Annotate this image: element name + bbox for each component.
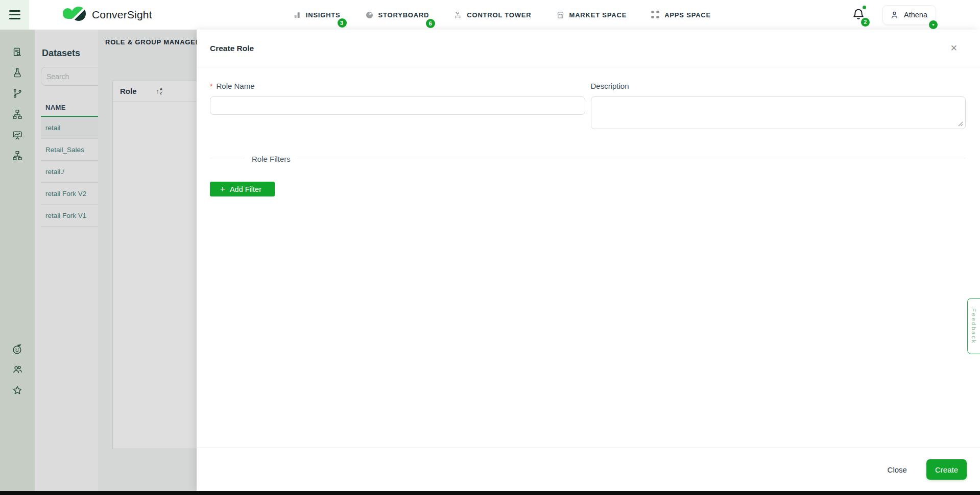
role-name-label: * Role Name bbox=[210, 82, 585, 90]
nav-item-market-space[interactable]: MARKET SPACE bbox=[556, 11, 627, 19]
app-root: ConverSight INSIGHTS 3 STORYBOARD 6 CONT… bbox=[0, 0, 980, 495]
close-button[interactable]: Close bbox=[888, 465, 907, 474]
drawer-title: Create Role bbox=[210, 44, 254, 53]
pie-icon bbox=[365, 11, 374, 19]
resize-handle-icon[interactable] bbox=[958, 121, 963, 127]
bottom-edge-bar bbox=[0, 491, 980, 495]
plus-icon: + bbox=[220, 185, 225, 193]
nav-badge-storyboard: 6 bbox=[426, 19, 435, 28]
nav-item-insights[interactable]: INSIGHTS 3 bbox=[293, 11, 341, 19]
drawer-body: * Role Name Description R bbox=[197, 67, 980, 448]
description-field-group: Description bbox=[591, 82, 966, 129]
close-icon[interactable]: ✕ bbox=[947, 41, 961, 56]
role-filters-section-divider: Role Filters bbox=[210, 155, 966, 163]
drawer-footer: Close Create bbox=[197, 448, 980, 491]
main-nav: INSIGHTS 3 STORYBOARD 6 CONTROL TOWER MA… bbox=[293, 11, 711, 19]
nav-badge-insights: 3 bbox=[338, 18, 347, 28]
add-filter-button[interactable]: + Add Filter bbox=[210, 182, 275, 196]
caret-down-icon[interactable]: ▼ bbox=[929, 20, 938, 29]
notification-dot bbox=[863, 6, 866, 9]
nav-label: INSIGHTS bbox=[306, 11, 341, 19]
user-name: Athena bbox=[904, 11, 927, 19]
nav-item-apps-space[interactable]: APPS SPACE bbox=[651, 11, 711, 19]
required-asterisk: * bbox=[210, 82, 212, 90]
notifications-button[interactable]: 2 bbox=[852, 7, 865, 23]
role-filters-label: Role Filters bbox=[245, 155, 298, 163]
nav-label: STORYBOARD bbox=[378, 11, 429, 19]
drawer-header: Create Role ✕ bbox=[197, 30, 980, 67]
feedback-tab[interactable]: Feedback bbox=[967, 298, 980, 354]
storefront-icon bbox=[556, 11, 565, 19]
tower-icon bbox=[453, 11, 462, 19]
brand-name: ConverSight bbox=[92, 9, 152, 21]
nav-label: CONTROL TOWER bbox=[467, 11, 531, 19]
header-right-cluster: 2 Athena ▼ bbox=[852, 5, 936, 25]
create-button[interactable]: Create bbox=[926, 459, 967, 480]
user-menu-button[interactable]: Athena ▼ bbox=[882, 5, 936, 25]
description-textarea[interactable] bbox=[591, 96, 966, 129]
nav-label: MARKET SPACE bbox=[569, 11, 627, 19]
notification-count-badge: 2 bbox=[861, 18, 870, 27]
user-icon bbox=[890, 10, 899, 20]
nav-item-control-tower[interactable]: CONTROL TOWER bbox=[453, 11, 531, 19]
hamburger-icon bbox=[9, 10, 20, 19]
brand-logo[interactable]: ConverSight bbox=[63, 6, 152, 23]
nav-item-storyboard[interactable]: STORYBOARD 6 bbox=[365, 11, 429, 19]
conversight-logo-icon bbox=[63, 6, 86, 23]
create-role-drawer: Create Role ✕ * Role Name Description bbox=[197, 30, 980, 491]
apps-grid-icon bbox=[651, 11, 660, 19]
nav-label: APPS SPACE bbox=[664, 11, 711, 19]
hamburger-menu-button[interactable] bbox=[0, 0, 29, 30]
bar-chart-icon bbox=[293, 11, 301, 19]
role-name-field-group: * Role Name bbox=[210, 82, 585, 129]
top-header: ConverSight INSIGHTS 3 STORYBOARD 6 CONT… bbox=[0, 0, 980, 30]
role-name-input[interactable] bbox=[210, 96, 585, 115]
description-label: Description bbox=[591, 82, 966, 90]
form-row: * Role Name Description bbox=[210, 82, 966, 129]
